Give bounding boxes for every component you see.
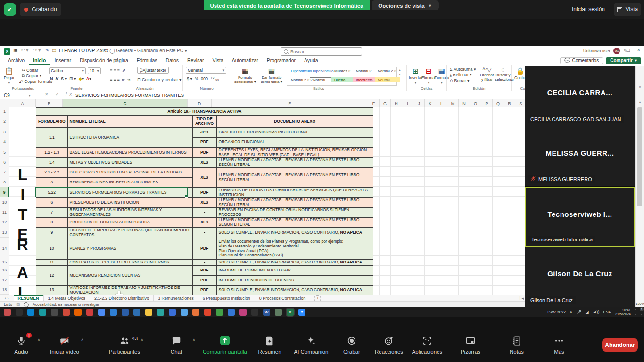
view-button[interactable]: Vista [614,3,641,16]
row-header-13[interactable]: 13 [0,227,9,238]
cell[interactable]: TIPO DE ARCHIVO [192,116,216,128]
cell[interactable]: PDF [192,286,216,295]
cell[interactable]: 1.2 - 1.3 [36,148,68,158]
taskbar-app-folder[interactable] [145,309,152,316]
cell[interactable]: INFORME DE RENDICIÓN DE CUENTAS [216,276,373,286]
menu-tab-programador[interactable]: Programador [263,57,300,65]
menu-tab-revisar[interactable]: Revisar [183,57,208,65]
taskbar-app-app-lightblue[interactable] [181,309,188,316]
taskbar-app-app-red[interactable] [63,309,70,316]
taskbar-app-excel[interactable]: X [287,309,294,316]
sheet-nav-arrows[interactable]: ‹ › [0,295,14,302]
cell[interactable]: METAS Y OBJETIVOS UNIDADES [67,158,192,168]
column-header-k[interactable]: K [425,99,436,107]
participant-tile-cecilia-carrasco-gad-san-juan[interactable]: CECILIA CARRA...CECILIA CARRASCO-GAD SAN… [525,66,635,126]
find-select-button[interactable]: ◌Buscar y seleccionar [495,66,511,82]
security-shield-icon[interactable]: ✓ [4,3,16,16]
leave-meeting-button[interactable]: Abandonar [602,338,638,352]
taskbar-app-app-blue-arrow[interactable] [228,309,235,316]
formula-bar-buttons[interactable]: ✕ ✓ fx [45,92,74,97]
cell[interactable]: Enviar los documentos de los Planes y Pr… [216,238,373,260]
restore-button[interactable]: □ [627,47,630,53]
tray-app-label[interactable]: TSW 2022 [547,310,566,314]
taskbar-app-app-gray-green[interactable] [275,309,282,316]
cell[interactable]: 10 [36,238,68,260]
row-header-4[interactable]: 4 [0,137,9,147]
taskbar-app-opera[interactable] [204,309,211,316]
share-button[interactable]: Compartir ▾ [606,57,641,64]
sheet-tab-2-1-2-2-directorio-distributivo[interactable]: 2.1-2.2 Directorio Distributivo [90,295,154,302]
name-box[interactable]: C9▾ [0,91,41,99]
menu-tab-inicio[interactable]: Inicio [29,57,50,65]
tray-mic-icon[interactable]: 🎤 [577,310,582,314]
cell[interactable]: 13 [36,286,68,295]
row-header-18[interactable]: 18 [0,285,9,295]
cell[interactable]: SOLO SI CUMPLE, ENVIAR INFORMACION, CASO… [216,228,373,238]
conditional-format-button[interactable]: ▦Formatocondicional ▾ [233,67,257,84]
save-icon[interactable]: ▣ [13,48,17,53]
paste-button[interactable]: 📋Pegar▾ [4,67,15,85]
taskbar-app-chrome[interactable] [98,309,105,316]
column-a-literal-letters[interactable]: LITERAL [9,107,36,295]
literal-letter[interactable]: A [9,265,36,280]
menu-tab-vista[interactable]: Vista [208,57,228,65]
cell[interactable]: - [192,260,216,266]
styles-scroll[interactable]: ▴▾ [397,68,403,76]
minimize-button[interactable]: – [617,47,619,53]
menu-tab-insertar[interactable]: Insertar [50,57,75,65]
taskbar-app-app-magenta[interactable] [239,309,247,316]
column-header-b[interactable]: B [36,99,63,107]
sheet-tab-resumen[interactable]: RESUMEN [14,295,44,302]
taskbar-app-app-colorful[interactable] [4,309,11,316]
cell[interactable]: SOLO SI CUMPLE, ENVIAR INFORMACION, CASO… [216,260,373,266]
pen-icon[interactable]: ✎ [45,48,49,53]
participant-tile-melissa-guerrero[interactable]: MELISSA GUERR...MELISSA GUERRERO [525,126,635,187]
format-as-table-button[interactable]: ▦Dar formatocomo tabla ▾ [258,67,285,84]
vscroll-thumb[interactable] [637,107,642,206]
sheet-tab-6-presupuesto-institucion[interactable]: 6 Presupuesto Institucion [198,295,255,302]
scroll-up-icon[interactable]: ▴ [636,100,644,104]
sheet-tab-8-procesos-contratacion[interactable]: 8 Procesos Contratacion [255,295,311,302]
close-button[interactable]: × [637,47,640,53]
cell[interactable]: 7 [36,208,68,218]
cell[interactable]: ESTRUCTURA ORGANICA [67,128,192,148]
taskbar-app-app-teal-2[interactable] [157,309,164,316]
row-header-10[interactable]: 10 [0,197,9,207]
taskbar-clock[interactable]: 10:41 21/5/2024 [615,308,631,316]
literal-letter[interactable]: L [9,285,36,295]
taskbar-app-edge[interactable] [110,309,117,316]
cell[interactable]: 6 [36,198,68,208]
lotaip-table[interactable]: Artículo 19.- TRANSPARENCIA ACTIVAFORMUL… [36,107,373,295]
ribbon-collapse-icon[interactable]: ∨ [636,85,644,89]
taskbar-app-app-blue-x[interactable] [133,309,140,316]
taskbar-app-app-teal[interactable] [39,309,46,316]
taskbar-app-word[interactable]: W [263,309,270,316]
cell[interactable]: - [192,208,216,218]
toolbar-item-iniciar-v-deo[interactable]: Iniciar vídeo [36,335,93,354]
row-header-14[interactable]: 14 [0,238,9,259]
menu-tab-disposici-n-de-p-gina[interactable]: Disposición de página [75,57,132,65]
cell[interactable]: GRAFICO DEL ORGANIGRAMA INSTITUCIÓNAL [216,128,373,138]
column-header-g[interactable]: G [380,99,391,107]
cell[interactable]: LLENAR / MODIFICAR / ADAPTAR - REVISAR L… [216,158,373,168]
cell-style-neutral[interactable]: Neutral [375,77,400,82]
cell[interactable]: PLANES Y PROGRAMAS [67,238,192,260]
cell-style-normal-2-2[interactable]: Normal 2 2 [375,68,400,74]
cell[interactable]: PDF [192,138,216,148]
literal-letter[interactable]: T [9,207,36,222]
view-options-button[interactable]: Opciones de vista▼ [372,0,439,10]
cell[interactable]: XLS [192,158,216,168]
column-header-q[interactable]: Q [493,99,504,107]
cell[interactable]: CONTRATOS DE CREDITO EXTERNOS O INTERNOS [67,260,192,266]
font-size-select[interactable]: 10▾ [88,67,101,74]
vertical-align-buttons[interactable]: ≡ ≡ ≡ ⇗ [110,68,125,73]
font-family-select[interactable]: Calibri▾ [49,67,86,74]
menu-tab-automatizar[interactable]: Automatizar [228,57,263,65]
copy-button[interactable]: ⧉ Copiar ▾ [22,74,41,79]
column-header-i[interactable]: I [402,99,413,107]
column-header-n[interactable]: N [459,99,470,107]
toolbar-item-m-s[interactable]: Más [531,335,587,354]
cell[interactable]: 1.1 [36,128,68,148]
sign-in-button[interactable]: Iniciar sesión [567,3,610,16]
column-header-j[interactable]: J [413,99,425,107]
